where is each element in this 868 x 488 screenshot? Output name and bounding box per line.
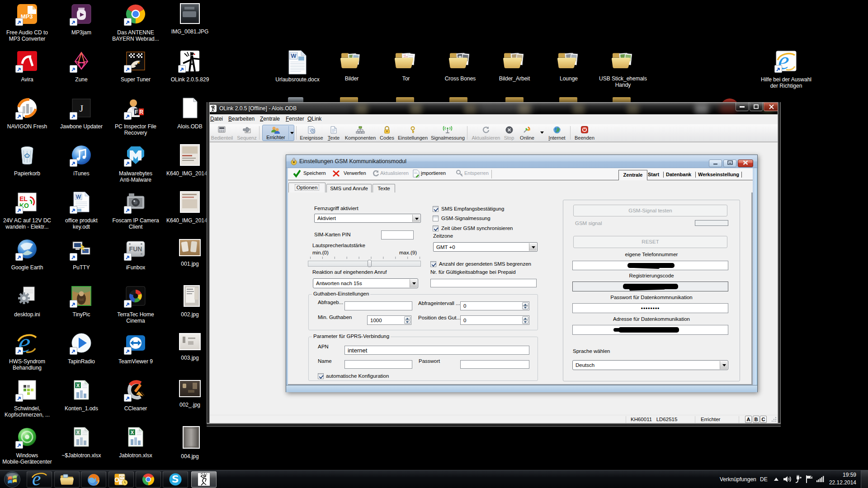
svg-text:X: X	[76, 383, 80, 388]
svg-text:J: J	[80, 103, 84, 114]
svg-text:X: X	[76, 430, 80, 435]
svg-text:X: X	[131, 430, 134, 435]
svg-text:R: R	[139, 109, 143, 115]
svg-text:EL: EL	[19, 195, 28, 202]
svg-text:W: W	[291, 52, 297, 59]
svg-text:O: O	[114, 476, 119, 483]
svg-text:FUN: FUN	[129, 245, 142, 253]
svg-text:W: W	[76, 194, 81, 200]
svg-text:F: F	[135, 109, 138, 115]
